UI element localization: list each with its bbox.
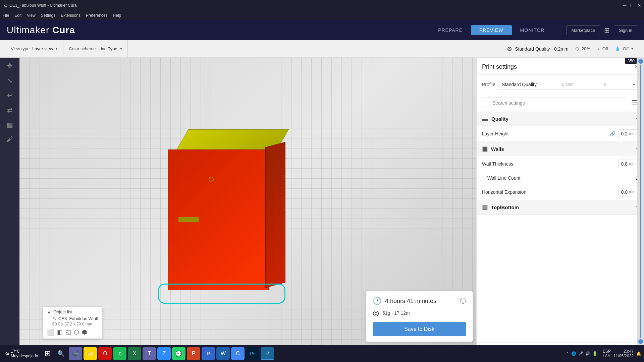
taskbar-app-opera[interactable]: O: [98, 347, 112, 360]
walls-section-header[interactable]: ▦ Walls ▾: [477, 142, 644, 156]
horizontal-expansion-value-box[interactable]: 0.0 mm: [618, 188, 639, 196]
taskbar-app-teams[interactable]: 📹: [69, 347, 82, 360]
menu-file[interactable]: File: [3, 13, 9, 18]
minimize-button[interactable]: ─: [623, 3, 627, 8]
slider-track[interactable]: [640, 65, 641, 338]
taskbar-app-spotify[interactable]: ♫: [113, 347, 126, 360]
layer-slider[interactable]: 350: [637, 58, 644, 345]
windows-start-button[interactable]: ⊞: [42, 348, 53, 359]
marketplace-button[interactable]: Marketplace: [566, 25, 600, 35]
nav-monitor[interactable]: MONITOR: [512, 25, 553, 35]
layer-height-row: Layer Height 🔗 0.2 mm: [477, 126, 644, 142]
slider-bottom-handle[interactable]: [638, 339, 643, 344]
profile-hint: 0.2mm: [562, 82, 575, 87]
signin-button[interactable]: Sign in: [614, 25, 637, 35]
topbottom-section-header[interactable]: ▤ Top/Bottom ▾: [477, 200, 644, 215]
view-type-value: Layer view: [32, 46, 53, 51]
taskbar-search-icon[interactable]: 🔍: [55, 349, 67, 359]
weather-icon: 🌤: [5, 351, 9, 356]
obj-icon-1[interactable]: ⬜: [47, 328, 54, 336]
print-weight-row: ◎ 51g · 17.12m: [373, 309, 466, 317]
tray-chevron-icon[interactable]: ⌃: [566, 351, 569, 356]
object-list-header[interactable]: ▲ Object list: [47, 309, 98, 314]
profile-chevron-icon[interactable]: ▾: [633, 82, 635, 87]
support-paint-icon[interactable]: 🖌: [6, 135, 13, 143]
wall-thickness-value-box[interactable]: 0.8 mm: [618, 160, 639, 168]
move-icon[interactable]: ✥: [7, 62, 13, 70]
topbottom-section-title: ▤ Top/Bottom: [482, 203, 519, 211]
menu-bar: File Edit View Settings Extensions Prefe…: [0, 11, 644, 20]
print-time-row: 🕐 4 hours 41 minutes ⓘ: [373, 297, 466, 305]
nav-prepare[interactable]: PREPARE: [430, 25, 471, 35]
object-dimensions: 60.0 x 37.2 x 70.0 mm: [47, 321, 98, 326]
taskbar-app-word[interactable]: W: [216, 347, 230, 360]
obj-icon-2[interactable]: ◧: [57, 328, 63, 336]
quality-expand-icon[interactable]: ▾: [631, 47, 633, 51]
save-to-disk-button[interactable]: Save to Disk: [373, 322, 466, 336]
layer-height-link-icon[interactable]: 🔗: [610, 131, 615, 136]
system-tray-icons: ⌃ 🌐 🎤 🔊 🔋: [566, 351, 597, 356]
taskbar-app-chrome[interactable]: C: [231, 347, 245, 360]
rotate-icon[interactable]: ↩: [7, 91, 13, 99]
notification-icon[interactable]: 🔔: [636, 351, 641, 356]
layers-icon[interactable]: ▦: [7, 121, 13, 129]
tray-network-icon[interactable]: 🌐: [571, 351, 576, 356]
taskbar-app-excel[interactable]: X: [128, 347, 141, 360]
menu-settings[interactable]: Settings: [41, 13, 55, 18]
layer-height-unit: mm: [629, 131, 636, 136]
tray-battery-icon[interactable]: 🔋: [592, 351, 597, 356]
search-input[interactable]: [482, 98, 627, 108]
slider-top-handle[interactable]: [638, 59, 643, 64]
wall-line-count-label: Wall Line Count: [487, 175, 619, 181]
scale-icon[interactable]: ⤡: [7, 76, 13, 84]
logo-bold: Cura: [52, 25, 75, 35]
tray-speaker-icon[interactable]: 🔊: [585, 351, 590, 356]
menu-extensions[interactable]: Extensions: [61, 13, 80, 18]
color-scheme-value: Line Type: [98, 46, 117, 51]
settings-search-row: 🔍 ☰: [477, 94, 644, 112]
infill-percent: 20%: [582, 46, 590, 51]
taskbar-app-teams2[interactable]: T: [143, 347, 156, 360]
header-right: Marketplace ⊞ Sign in: [566, 25, 637, 35]
apps-grid-icon[interactable]: ⊞: [604, 26, 610, 34]
menu-preferences[interactable]: Preferences: [86, 13, 108, 18]
object-list-title: Object list: [53, 309, 72, 314]
taskbar-app-zoom[interactable]: Z: [157, 347, 171, 360]
window-controls[interactable]: ─ □ ✕: [623, 3, 641, 8]
mirror-icon[interactable]: ⇄: [7, 106, 13, 114]
color-scheme-dropdown[interactable]: ▾: [120, 47, 122, 51]
obj-icon-5[interactable]: ⬢: [82, 328, 87, 336]
quality-section-title: ▬ Quality: [482, 115, 508, 122]
menu-help[interactable]: Help: [113, 13, 121, 18]
profile-star-icon[interactable]: ★: [603, 81, 607, 87]
menu-view[interactable]: View: [27, 13, 36, 18]
clock-date: 11/05/2022: [613, 354, 634, 358]
obj-icon-3[interactable]: ◱: [65, 328, 71, 336]
info-icon[interactable]: ⓘ: [460, 297, 466, 305]
adhesion-icon: 💧: [615, 46, 620, 51]
view-type-dropdown[interactable]: ▾: [56, 47, 58, 51]
taskbar-app-cura[interactable]: 🖨: [261, 347, 274, 360]
layer-height-value-box[interactable]: 0.2 mm: [618, 129, 639, 138]
taskbar-app-explorer[interactable]: 📁: [84, 347, 97, 360]
maximize-button[interactable]: □: [631, 3, 633, 8]
3d-model: [168, 129, 282, 290]
close-button[interactable]: ✕: [637, 3, 641, 8]
taskbar-app-revit[interactable]: R: [202, 347, 215, 360]
quality-section-header[interactable]: ▬ Quality ▾: [477, 112, 644, 126]
obj-icon-4[interactable]: ⬡: [74, 328, 79, 336]
object-list-item: ✎ CE3_Fabulous Wluff: [47, 314, 98, 321]
taskbar-app-photoshop[interactable]: Ps: [246, 347, 259, 360]
main-nav: PREPARE PREVIEW MONITOR: [430, 25, 553, 35]
menu-edit[interactable]: Edit: [14, 13, 21, 18]
profile-select[interactable]: Standard Quality 0.2mm ★ ▾: [498, 79, 639, 90]
adhesion-label: Off: [623, 46, 629, 51]
nav-preview[interactable]: PREVIEW: [471, 25, 512, 35]
taskbar-app-whatsapp[interactable]: 💬: [172, 347, 185, 360]
color-scheme-label: Color scheme: [69, 46, 96, 51]
taskbar-app-powerpoint[interactable]: P: [187, 347, 200, 360]
quality-label: Standard Quality - 0.2mm: [515, 46, 569, 52]
print-settings-title: Print settings: [482, 63, 517, 70]
slider-value: 350: [625, 58, 637, 64]
tray-mic-icon[interactable]: 🎤: [578, 351, 583, 356]
